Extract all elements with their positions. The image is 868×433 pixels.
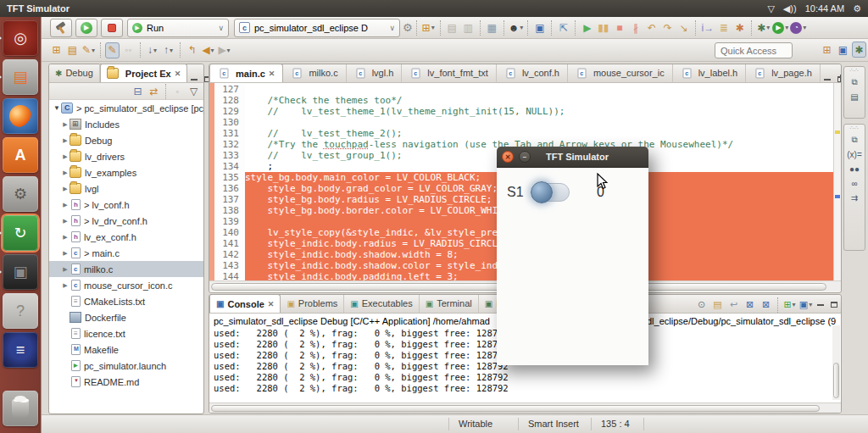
profile-menu-button[interactable]: ◔▾ [790, 19, 806, 36]
expressions-view-button[interactable]: ∞ [851, 179, 857, 188]
drag-handle[interactable]: ∴∴ [850, 126, 860, 130]
close-icon[interactable]: ✕ [268, 300, 275, 308]
console-horizontal-scrollbar[interactable] [209, 402, 841, 413]
expand-arrow-icon[interactable]: ▶ [61, 121, 70, 128]
cpp-perspective-button[interactable]: ▣ [836, 42, 850, 58]
tree-item-lv-drivers[interactable]: ▶lv_drivers [49, 148, 203, 164]
scrollbar-thumb[interactable] [211, 405, 820, 412]
code-line-131[interactable]: 131 // lv_test_theme_2(); [209, 128, 841, 139]
console-vertical-scrollbar[interactable] [832, 325, 840, 400]
launcher-item-software-center[interactable]: A [3, 137, 38, 173]
tree-item-readme-md[interactable]: README.md [49, 374, 203, 390]
maximize-editor-button[interactable] [837, 76, 842, 82]
collapse-all-button[interactable]: ⊟ [131, 83, 145, 99]
show-execution-button[interactable]: ≣ [716, 19, 731, 36]
overview-ruler[interactable] [833, 83, 841, 280]
minimize-button[interactable]: − [519, 151, 531, 163]
drag-handle[interactable]: ∴∴ [850, 69, 860, 72]
next-annotation-button[interactable]: ↓▾ [145, 42, 159, 58]
code-line-127[interactable]: 127 [209, 84, 841, 95]
open-console-button[interactable]: ⊞▾ [782, 297, 797, 313]
quick-access-input[interactable] [715, 42, 793, 58]
disconnect-button[interactable]: ∦ [628, 19, 643, 36]
run-button[interactable]: ▶ [75, 19, 97, 37]
console-tab-console[interactable]: ▣Console✕ [209, 294, 281, 313]
expand-arrow-icon[interactable]: ▶ [61, 266, 70, 273]
annotate-button[interactable]: ✎▾ [81, 42, 96, 58]
occurrences-dim-button[interactable]: ◦◦ [121, 42, 136, 58]
prev-annotation-button[interactable]: ↑▾ [161, 42, 175, 58]
trace-button[interactable]: ✱ [732, 19, 747, 36]
last-edit-location-button[interactable]: ↰ [185, 42, 199, 58]
forward-button[interactable]: ▶▾ [217, 42, 231, 58]
editor-tab-mouse_cursor_ic[interactable]: mouse_cursor_ic [568, 64, 673, 82]
minimize-console-button[interactable] [817, 303, 824, 306]
tree-item-includes[interactable]: ▶Includes [49, 116, 203, 132]
scrollbar-thumb[interactable] [833, 363, 839, 398]
launch-mode-combo[interactable]: ▶ Run ∨ [127, 19, 229, 37]
resume-button[interactable]: ▶ [580, 19, 594, 36]
editor-tab-lv_font_fmt_txt[interactable]: lv_font_fmt_txt [402, 64, 497, 82]
close-icon[interactable]: ✕ [175, 69, 181, 78]
tree-item--lv-conf-h[interactable]: ▶> lv_conf.h [49, 197, 203, 213]
expand-arrow-icon[interactable]: ▶ [61, 234, 70, 241]
console-tab-terminal[interactable]: ▣Terminal [420, 294, 479, 313]
launcher-item-eclipse-ide[interactable]: ≡ [3, 332, 38, 368]
user-profile-button[interactable]: ☻▾ [509, 19, 524, 36]
debug-menu-button[interactable]: ✱▾ [756, 19, 771, 36]
expand-arrow-icon[interactable]: ▶ [61, 186, 70, 192]
expand-arrow-icon[interactable]: ▼ [53, 104, 61, 112]
run-menu-button[interactable]: ▶▾ [772, 19, 788, 36]
tab-project-explorer[interactable]: Project Ex ✕ [100, 64, 187, 82]
tree-item-dockerfile[interactable]: Dockerfile [49, 309, 203, 325]
close-console-button[interactable]: ⊠ [759, 297, 773, 313]
pin-console-button[interactable]: ⊙ [694, 297, 709, 313]
restore-view-button[interactable]: ⧉ [851, 77, 857, 87]
link-editor-button[interactable]: ⇄ [147, 83, 161, 99]
mark-occurrences-button[interactable]: ✎ [105, 42, 120, 58]
stop-button[interactable] [101, 19, 123, 37]
switch-knob[interactable] [531, 181, 553, 203]
expand-arrow-icon[interactable]: ▶ [61, 250, 70, 257]
tree-item-debug[interactable]: ▶Debug [49, 132, 203, 148]
build-db-button[interactable]: ▦ [485, 19, 499, 36]
save-all-button[interactable]: ▥ [461, 19, 476, 36]
editor-tab-milko-c[interactable]: milko.c [283, 64, 346, 82]
maximize-console-button[interactable] [831, 302, 837, 308]
launcher-item-firefox[interactable] [3, 98, 38, 134]
tree-item--pc-simulator-sdl-eclipse-pc-si[interactable]: ▼> pc_simulator_sdl_eclipse [pc_si [49, 100, 203, 116]
editor-tab-lv_label-h[interactable]: lv_label.h [673, 64, 746, 82]
tree-item-lv-examples[interactable]: ▶lv_examples [49, 164, 203, 180]
wifi-icon[interactable]: ▽ [767, 3, 774, 14]
instruction-stepping-button[interactable]: i→ [700, 19, 715, 36]
suspend-button[interactable]: ▮▮ [596, 19, 610, 36]
tree-item-milko-c[interactable]: ▶milko.c [49, 261, 203, 277]
registers-view-button[interactable]: ⇉ [851, 193, 858, 203]
launcher-item-dash-home[interactable]: ◎ [3, 20, 38, 56]
clock[interactable]: 10:44 AM [805, 3, 844, 14]
launcher-item-help[interactable]: ? [3, 293, 38, 329]
tree-item-mouse-cursor-icon-c[interactable]: ▶mouse_cursor_icon.c [49, 277, 203, 293]
console-tab-problems[interactable]: ▣Problems [281, 294, 344, 313]
remote-system-button[interactable]: ▣ [532, 19, 547, 36]
editor-tab-lvgl-h[interactable]: lvgl.h [347, 64, 403, 82]
launcher-item-system-settings[interactable]: ⚙ [3, 176, 38, 212]
launcher-item-file-manager[interactable]: ▤ [3, 59, 38, 95]
launch-config-combo[interactable]: c pc_simulator_sdl_eclipse D ∨ [234, 19, 400, 37]
session-gear-icon[interactable]: ⚙ [853, 3, 861, 14]
warning-marker[interactable] [835, 130, 840, 134]
filters-button[interactable]: ◦ [170, 83, 185, 99]
expand-arrow-icon[interactable]: ▶ [61, 282, 70, 289]
tft-titlebar[interactable]: ✕ − TFT Simulator [497, 147, 648, 168]
editor-tab-lv_page-h[interactable]: lv_page.h [746, 64, 821, 82]
deselect-tool-button[interactable]: ⇱ [556, 19, 570, 36]
step-over-button[interactable]: ↷ [660, 19, 675, 36]
console-tab-executables[interactable]: ▣Executables [344, 294, 419, 313]
minimize-editor-button[interactable] [824, 78, 831, 80]
clear-console-button[interactable]: ⊠ [743, 297, 757, 313]
expand-arrow-icon[interactable]: ▶ [61, 202, 70, 208]
tree-item-lvgl[interactable]: ▶lvgl [49, 180, 203, 197]
launch-settings-gear-icon[interactable]: ⚙ [403, 21, 413, 34]
build-button[interactable] [50, 19, 72, 37]
step-into-button[interactable]: ↘ [676, 19, 691, 36]
